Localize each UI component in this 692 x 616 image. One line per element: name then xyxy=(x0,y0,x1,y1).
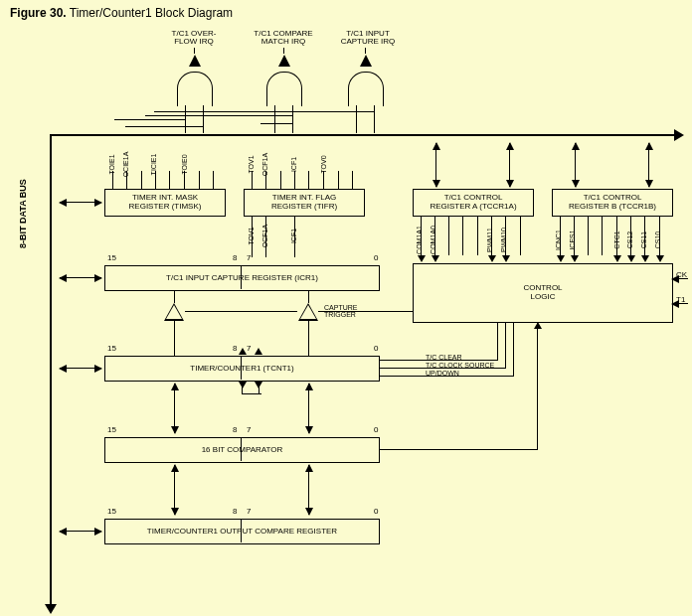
comparator: 16 BIT COMPARATOR xyxy=(104,437,380,463)
tcnt1-bit7: 7 xyxy=(247,344,251,353)
reg-tccr1b: T/C1 CONTROL REGISTER B (TCCR1B) xyxy=(552,189,673,217)
pin-pwm10: PWM10 xyxy=(500,228,507,252)
ocr-bit15: 15 xyxy=(107,507,116,516)
bus-arrow-down xyxy=(45,604,57,614)
bus-label: 8-BIT DATA BUS xyxy=(18,179,28,248)
pin-tov0: TOV0 xyxy=(320,155,327,173)
pin-tov1: TOV1 xyxy=(248,155,255,173)
pin-cs10: CS10 xyxy=(654,231,661,249)
data-bus-horizontal xyxy=(50,134,681,136)
pin-ocie1a: OCIE1A xyxy=(122,152,129,178)
control-logic: CONTROL LOGIC xyxy=(413,263,673,323)
icr1-bit0: 0 xyxy=(374,253,378,262)
pin-ctc1: CTC1 xyxy=(613,231,620,248)
icr1-bit15: 15 xyxy=(107,253,116,262)
pin-cs12: CS12 xyxy=(626,231,633,249)
ocr-bit7: 7 xyxy=(247,507,251,516)
ocr-bit0: 0 xyxy=(374,507,378,516)
pin-cs11: CS11 xyxy=(640,231,647,249)
tcnt1-bit0: 0 xyxy=(374,344,378,353)
pin-ocf1a: OCF1A xyxy=(261,153,268,176)
bus-conn-tcnt1 xyxy=(60,368,101,369)
icr1-bit8: 8 xyxy=(233,253,237,262)
figure-title: Figure 30. Timer/Counter1 Block Diagram xyxy=(10,6,233,20)
input-ck: CK xyxy=(676,271,687,279)
irq-label-capture: T/C1 INPUT CAPTURE IRQ xyxy=(328,30,408,47)
comp-bit0: 0 xyxy=(374,425,378,434)
reg-tifr: TIMER INT. FLAG REGISTER (TIFR) xyxy=(244,189,365,217)
pin-icnc1: ICNC1 xyxy=(555,230,562,250)
icr1-bit7: 7 xyxy=(247,253,251,262)
reg-icr1: T/C1 INPUT CAPTURE REGISTER (ICR1) xyxy=(104,265,380,291)
data-bus-vertical xyxy=(50,134,52,611)
comp-bit15: 15 xyxy=(107,425,116,434)
pin-pwm11: PWM11 xyxy=(486,228,493,252)
comp-bit8: 8 xyxy=(233,425,237,434)
and-gate-cap xyxy=(348,72,384,106)
reg-tccr1a: T/C1 CONTROL REGISTER A (TCCR1A) xyxy=(413,189,534,217)
reg-ocr: TIMER/COUNTER1 OUTPUT COMPARE REGISTER xyxy=(104,519,380,544)
tcnt1-bit8: 8 xyxy=(233,344,237,353)
tcnt1-bit15: 15 xyxy=(107,344,116,353)
pin-com1a0: COM1A0 xyxy=(430,226,436,254)
bus-arrow-right xyxy=(674,129,684,141)
and-gate-ovf xyxy=(177,72,213,106)
pin-com1a1: COM1A1 xyxy=(416,226,423,254)
irq-label-compare: T/C1 COMPARE MATCH IRQ xyxy=(239,30,328,47)
buffer-lo xyxy=(298,303,318,321)
pin-toie0: TOIE0 xyxy=(181,154,188,174)
bus-conn-ocr xyxy=(60,531,101,532)
reg-tcnt1: TIMER/COUNTER1 (TCNT1) xyxy=(104,356,380,382)
and-gate-cmp xyxy=(266,72,302,106)
reg-timsk: TIMER INT. MASK REGISTER (TIMSK) xyxy=(104,189,226,217)
pin-toie1: TOIE1 xyxy=(108,154,115,174)
bus-conn-icr1 xyxy=(60,277,101,278)
ocr-bit8: 8 xyxy=(233,507,237,516)
input-t1: T1 xyxy=(676,296,685,304)
irq-label-overflow: T/C1 OVER- FLOW IRQ xyxy=(154,30,234,47)
comp-bit7: 7 xyxy=(247,425,251,434)
buffer-hi xyxy=(164,303,184,321)
pin-icf1: ICF1 xyxy=(290,157,297,172)
pin-ticie1: TICIE1 xyxy=(150,154,157,176)
bus-conn-timsk xyxy=(60,202,101,203)
pin-ices1: ICES1 xyxy=(569,230,576,249)
